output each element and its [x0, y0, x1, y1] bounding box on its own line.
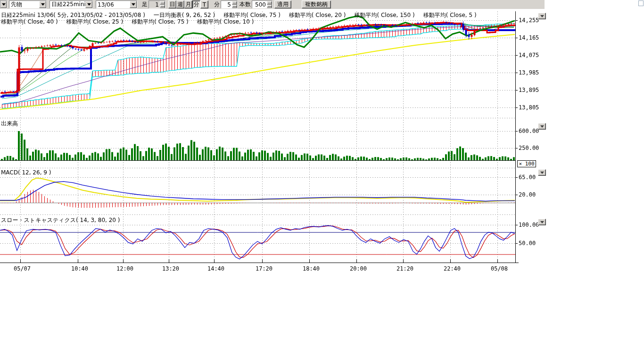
bar-type-spinner-value: 1 [149, 1, 160, 8]
monthly-button[interactable]: 月 [184, 0, 192, 8]
time-axis-label: 10:40 [69, 265, 90, 272]
left-partial-combobox[interactable] [0, 0, 7, 8]
time-axis-label: 05/08 [489, 265, 510, 272]
time-axis-label: 14:40 [206, 265, 226, 272]
spin-up-icon[interactable] [232, 1, 237, 5]
stochastics-panel-title: スロー・ストキャスティクス( 14, 3, 80, 20 ) [1, 216, 120, 224]
spin-up-icon[interactable] [160, 1, 165, 5]
legend-item: 移動平均( Close, 25 ) [66, 18, 124, 26]
bar-count-label: 本数 [239, 0, 251, 8]
chevron-down-icon[interactable] [85, 1, 92, 8]
time-axis-label: 22:40 [442, 265, 462, 272]
legend-item: 移動平均( Close, 40 ) [1, 18, 58, 26]
market-combobox-value: 先物 [9, 0, 39, 8]
bar-type-label: 足 [142, 0, 148, 8]
macd-panel-scale-dropdown[interactable] [538, 169, 546, 176]
volume-axis-tick: 250.00 [519, 145, 544, 151]
tick-button[interactable]: T [200, 0, 208, 8]
minute-spinner[interactable]: 5 [221, 0, 238, 8]
chevron-down-icon[interactable] [130, 1, 137, 8]
legend-item: 移動平均( Close, 10 ) [197, 18, 254, 26]
time-axis-label: 18:40 [301, 265, 322, 272]
contract-month-combobox[interactable]: 13/06 [96, 0, 137, 8]
spin-down-icon[interactable] [160, 5, 165, 8]
legend-item: 移動平均( Close, 150 ) [354, 11, 414, 19]
bar-type-spinner[interactable]: 1 [149, 0, 165, 8]
minute-button[interactable]: 分 [192, 0, 200, 8]
legend-item: 移動平均( Close, 75 ) [132, 18, 189, 26]
legend-row-2: 移動平均( Close, 40 )移動平均( Close, 25 )移動平均( … [1, 18, 254, 26]
apply-button[interactable]: 適用 [274, 0, 291, 8]
symbol-combobox[interactable]: 日経225mini [50, 0, 93, 8]
price-axis-tick: 14,075 [519, 52, 544, 58]
minute-spinner-value: 5 [221, 1, 232, 8]
time-axis-label: 05/07 [12, 265, 33, 272]
time-axis-label: 20:00 [348, 265, 369, 272]
volume-panel-title: 出来高 [1, 120, 18, 128]
price-panel-scale-dropdown[interactable] [538, 13, 546, 19]
macd-panel-title: MACD( 12, 26, 9 ) [1, 169, 51, 176]
minute-label: 分 [214, 0, 220, 8]
weekly-button[interactable]: 週 [176, 0, 184, 8]
bar-count-spinner-value: 500 [252, 1, 267, 8]
legend-item: 移動平均( Close, 20 ) [289, 11, 346, 19]
contract-month-combobox-value: 13/06 [96, 1, 130, 8]
time-axis-label: 17:20 [254, 265, 274, 272]
stoch-axis-tick: 50.00 [519, 240, 544, 247]
chart-canvas[interactable] [0, 0, 644, 362]
time-axis-label: 21:20 [395, 265, 415, 272]
time-axis-label: 12:00 [115, 265, 135, 272]
price-axis-tick: 13,985 [519, 69, 544, 76]
legend-item: 移動平均( Close, 5 ) [423, 11, 477, 19]
time-axis-label: 13:20 [160, 265, 181, 272]
stoch-panel-scale-dropdown[interactable] [538, 219, 546, 225]
daily-button[interactable]: 日 [168, 0, 176, 8]
macd-axis-tick: 20.00 [519, 191, 544, 198]
volume-multiplier-badge: × 100 [517, 160, 536, 167]
price-axis-tick: 14,165 [519, 34, 544, 41]
chevron-down-icon[interactable] [39, 1, 46, 8]
bar-count-spinner[interactable]: 500 [252, 0, 272, 8]
volume-panel-scale-dropdown[interactable] [538, 123, 546, 130]
spin-up-icon[interactable] [267, 1, 272, 5]
market-combobox[interactable]: 先物 [9, 0, 47, 8]
price-axis-tick: 13,895 [519, 87, 544, 93]
price-axis-tick: 13,805 [519, 104, 544, 111]
chevron-down-icon[interactable] [0, 1, 7, 8]
symbol-combobox-value: 日経225mini [50, 0, 85, 8]
toolbar: 先物 日経225mini 13/06 足 1 日 週 月 分 T 分 5 本数 … [0, 0, 545, 9]
spin-down-icon[interactable] [232, 5, 237, 8]
corner-icon [638, 0, 644, 6]
spin-down-icon[interactable] [267, 5, 272, 8]
multi-symbol-button[interactable]: 複数銘柄 [302, 0, 331, 8]
app-window: 先物 日経225mini 13/06 足 1 日 週 月 分 T 分 5 本数 … [0, 0, 644, 362]
